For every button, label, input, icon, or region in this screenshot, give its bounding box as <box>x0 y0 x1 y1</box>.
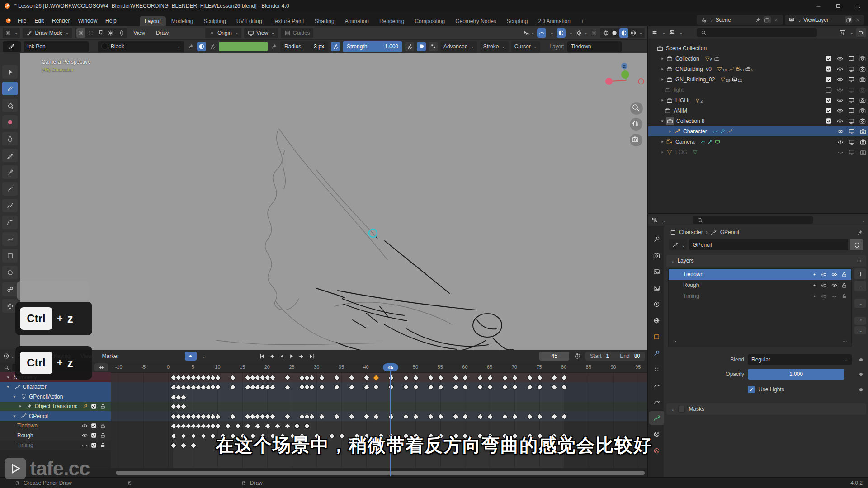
viewport-menu-view[interactable]: View <box>129 30 149 36</box>
properties-tab-modifiers[interactable] <box>649 346 664 360</box>
toggle-monitor[interactable] <box>848 76 855 83</box>
toggle-camera[interactable] <box>859 66 866 73</box>
tab-2d-animation[interactable]: 2D Animation <box>533 16 576 26</box>
navigation-gizmo[interactable]: Z <box>601 60 646 150</box>
editor-type-icon[interactable] <box>651 29 658 36</box>
animate-opacity-dot[interactable] <box>859 373 863 376</box>
add-workspace-button[interactable]: + <box>576 16 589 26</box>
display-mode-icon[interactable] <box>668 29 675 36</box>
toggle-monitor[interactable] <box>848 55 855 62</box>
end-frame-field[interactable]: 80 <box>634 353 640 359</box>
toggle-monitor[interactable] <box>848 149 855 156</box>
toggle-check[interactable] <box>825 66 832 73</box>
toggle-monitor[interactable] <box>848 86 855 94</box>
outliner-search-input[interactable] <box>697 28 817 37</box>
tab-shading[interactable]: Shading <box>310 16 340 26</box>
toggle-monitor[interactable] <box>848 138 855 145</box>
remove-viewlayer-icon[interactable] <box>854 16 861 23</box>
toggle-camera[interactable] <box>859 138 867 145</box>
outliner-row-gn_building_02[interactable]: GN_Building_022912 <box>648 74 868 84</box>
toggle-check[interactable] <box>825 107 832 114</box>
tab-uv-editing[interactable]: UV Editing <box>231 16 267 26</box>
toggle-camera[interactable] <box>859 117 866 125</box>
toggle-camera[interactable] <box>859 76 866 83</box>
channel-gpencilaction[interactable]: GPencilAction <box>0 392 111 402</box>
viewlayer-selector[interactable]: ⌄ ViewLayer <box>785 15 864 25</box>
editor-type-icon[interactable] <box>651 216 658 224</box>
menu-render[interactable]: Render <box>48 18 74 24</box>
play-reverse-button[interactable] <box>278 352 285 360</box>
toggle-eye[interactable] <box>837 128 844 135</box>
advanced-dropdown[interactable]: Advanced⌄ <box>440 41 477 52</box>
toggle-camera[interactable] <box>859 128 867 135</box>
properties-tab-data[interactable] <box>649 411 664 425</box>
tab-scripting[interactable]: Scripting <box>502 16 533 26</box>
gp-layer-tiedown[interactable]: Tiedown <box>669 269 851 280</box>
material-selector[interactable]: Black⌄ <box>98 41 184 52</box>
blend-mode-dropdown[interactable]: Regular⌄ <box>748 354 852 365</box>
mode-selector[interactable]: Draw Mode⌄ <box>23 28 72 38</box>
proportional-editing-toggle[interactable] <box>557 28 566 38</box>
play-button[interactable] <box>288 352 295 360</box>
maximize-icon[interactable] <box>828 0 848 12</box>
blend-mode-toggle[interactable] <box>417 42 426 51</box>
dots4-toggle[interactable] <box>86 28 95 38</box>
chevron-down-icon[interactable]: ⌄ <box>862 218 865 223</box>
gp-layer-rough[interactable]: Rough <box>669 280 851 291</box>
opacity-slider[interactable]: 1.000 <box>748 369 844 380</box>
layer-specials-button[interactable]: ⌄ <box>854 299 866 308</box>
playhead-line[interactable] <box>390 364 391 476</box>
viewport-menu-draw[interactable]: Draw <box>152 30 173 36</box>
arcs-toggle[interactable] <box>116 28 125 38</box>
tab-rendering[interactable]: Rendering <box>374 16 409 26</box>
remove-layer-button[interactable] <box>854 281 866 291</box>
vertex-color-swatch[interactable] <box>219 42 268 51</box>
datablock-type-dropdown[interactable]: ⌄ <box>669 239 687 250</box>
tool-draw-button[interactable] <box>2 82 18 95</box>
tool-erase-button[interactable] <box>2 115 18 129</box>
tool-curve-button[interactable] <box>2 232 18 246</box>
new-collection-icon[interactable] <box>856 28 866 37</box>
menu-file[interactable]: File <box>14 18 30 24</box>
active-layer-field[interactable]: Tiedown <box>567 41 622 52</box>
toggle-eye[interactable] <box>836 117 844 125</box>
animate-use-lights-dot[interactable] <box>859 388 863 391</box>
tool-circle-button[interactable] <box>2 266 18 279</box>
start-frame-field[interactable]: 1 <box>606 353 609 359</box>
outliner-row-light[interactable]: light <box>648 84 868 95</box>
tab-modeling[interactable]: Modeling <box>166 16 198 26</box>
prev-keyframe-button[interactable] <box>268 352 275 360</box>
frame4-toggle[interactable] <box>76 28 85 38</box>
material-preview-toggle[interactable] <box>619 28 628 38</box>
outliner-row-character[interactable]: Character <box>648 126 868 136</box>
toggle-eye[interactable] <box>836 76 844 83</box>
breadcrumb-object[interactable]: Character <box>679 229 703 235</box>
toggle-camera[interactable] <box>859 97 866 104</box>
outliner-row-collection-8[interactable]: Collection 8 <box>648 116 868 126</box>
toggle-monitor[interactable] <box>848 128 855 135</box>
properties-tab-object[interactable] <box>649 330 664 343</box>
split-toggle[interactable] <box>429 42 438 51</box>
brush-name-field[interactable]: Ink Pen <box>24 41 89 52</box>
toggle-monitor[interactable] <box>848 97 855 104</box>
tab-geometry-nodes[interactable]: Geometry Nodes <box>450 16 501 26</box>
tool-box-button[interactable] <box>2 249 18 263</box>
fake-user-button[interactable] <box>850 239 863 250</box>
strength-pressure-toggle[interactable] <box>405 42 414 51</box>
scene-selector[interactable]: ⌄ Scene <box>697 15 783 25</box>
tool-line-button[interactable] <box>2 182 18 196</box>
properties-tab-constraints[interactable] <box>649 395 664 408</box>
close-icon[interactable] <box>848 0 868 12</box>
radius-pressure-toggle[interactable] <box>331 42 340 51</box>
snapping-toggle[interactable] <box>537 28 546 38</box>
stroke-dropdown[interactable]: Stroke⌄ <box>480 41 509 52</box>
properties-tab-world[interactable] <box>649 314 664 327</box>
toggle-check[interactable] <box>825 55 832 62</box>
jump-to-start-button[interactable] <box>258 352 265 360</box>
new-viewlayer-icon[interactable] <box>845 16 852 23</box>
properties-tab-particles[interactable] <box>649 362 664 376</box>
tab-animation[interactable]: Animation <box>340 16 374 26</box>
toggle-eye[interactable] <box>836 66 844 73</box>
object-visibility-dropdown[interactable]: ⌄ <box>523 29 534 37</box>
menu-help[interactable]: Help <box>101 18 121 24</box>
